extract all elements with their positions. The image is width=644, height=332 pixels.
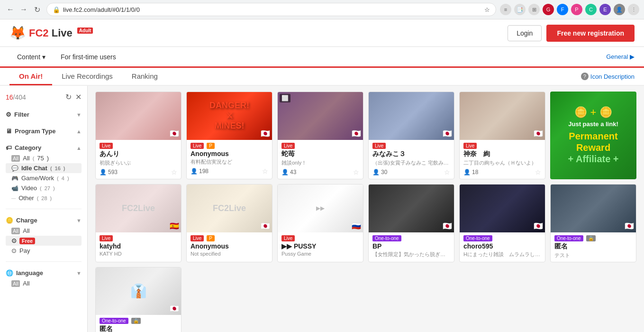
card-2[interactable]: DANGER!⚔MINES! 🇯🇵 Live P Anonymous 有料配信実… [186,92,272,179]
card-4[interactable]: 🇯🇵 Live みなみこ３ （出張)女賞子みなみこ 宅飲みチャンネル ～ 👤 3… [368,92,454,179]
card-13[interactable]: 👔 🇯🇵 One-to-one 🔒 匿名 Not specified [95,267,181,332]
card-2-flag: 🇯🇵 [261,129,270,138]
category-header[interactable]: 🏷 Category ▲ [6,142,82,153]
coin-decorations: 🪙 + 🪙 [555,106,632,119]
address-bar[interactable]: 🔒 live.fc2.com/adult/#0/1/1/0/0 ☆ [46,3,496,16]
back-button[interactable]: ← [5,4,16,15]
nav-first-time[interactable]: For first-time users [53,46,124,67]
forward-button[interactable]: → [18,4,29,15]
card-1-thumb: 🇯🇵 [96,92,181,140]
sidebar-item-other[interactable]: ··· Other (28) [6,193,82,203]
card-11[interactable]: 🇯🇵 One-to-one choro595 Hにまったり雑談 ムラムラしてるエ… [459,184,545,262]
nav-left: Content ▾ For first-time users [9,46,124,67]
card-2-paid-badge: P [207,143,215,149]
card-4-thumb: 🇯🇵 [369,92,454,140]
card-3-image [278,92,363,140]
card-8-info: Live P Anonymous Not specified [187,232,272,259]
refresh-button[interactable]: ↻ [65,92,72,101]
sidebar-item-idle-chat[interactable]: 💬 Idle Chat (16) [6,163,82,173]
video-icon: 📹 [11,185,18,192]
program-type-header[interactable]: 🖥 Program Type ▲ [6,126,82,137]
first-time-label: For first-time users [61,53,116,61]
register-button[interactable]: Free new registration [546,25,635,42]
card-4-star[interactable]: ☆ [444,168,450,176]
card-13-oto-badge: One-to-one [100,318,128,324]
card-3-info: Live 蛇苺 雑談only！ 👤 43 ☆ [278,140,363,179]
tab-live-recordings[interactable]: Live Recordings [52,68,122,85]
close-button[interactable]: ✕ [75,92,82,101]
program-type-label: Program Type [15,128,55,135]
card-10[interactable]: 🇯🇵 One-to-one BP 【女性限定】気かったら脱ぎます(Д;) [368,184,454,262]
card-3-viewers: 👤 43 [281,169,296,175]
card-12[interactable]: 🇯🇵 One-to-one 🔒 匿名 テスト [550,184,636,262]
url-text: live.fc2.com/adult/#0/1/1/0/0 [63,6,481,13]
sidebar-item-game[interactable]: 🎮 Game/Work (4) [6,173,82,183]
icon-description-label: Icon Description [590,73,635,80]
card-8-paid-badge: P [207,235,215,241]
card-5-desc: 二丁目の絢ちゃん（Ｈないよ） [463,159,541,166]
charge-all-label: All [23,227,29,234]
card-1-live-badge: Live [100,143,113,149]
card-5[interactable]: 🇯🇵 Live 神奈 絢 二丁目の絢ちゃん（Ｈないよ） 👤 18 ☆ [459,92,545,179]
card-2-thumb: DANGER!⚔MINES! 🇯🇵 [187,92,272,140]
card-5-image [460,92,545,140]
card-3[interactable]: ⬜ 🇯🇵 Live 蛇苺 雑談only！ 👤 43 ☆ [277,92,363,179]
charge-header[interactable]: 🪙 Charge ▼ [6,215,82,226]
card-7[interactable]: FC2Live 🇪🇸 Live katyhd KATY HD [95,184,181,262]
video-label: Video [21,184,37,192]
card-7-flag: 🇪🇸 [170,221,179,231]
program-type-icon: 🖥 [6,128,12,135]
other-label: Other [18,194,34,202]
tabs-bar: On Air! Live Recordings Ranking ? Icon D… [0,68,644,86]
apps-icon: ⊞ [528,4,540,15]
sidebar-item-video[interactable]: 📹 Video (27) [6,183,82,193]
card-1-stats: 👤 593 ☆ [100,168,177,176]
card-2-desc: 有料配信実況など [190,158,268,166]
sidebar-item-charge-pay[interactable]: ⊙ Pay [6,246,82,256]
card-8-flag: 🇯🇵 [261,221,270,231]
ext3-icon: P [571,4,582,15]
sidebar-item-lang-all[interactable]: All All [6,278,82,288]
current-count: 16 [6,93,13,101]
card-9[interactable]: ▶▶ 🇷🇺 Live ▶▶ PUSSY Pussy Game [277,184,363,262]
filter-header[interactable]: ⚙ Filter ▼ [6,109,82,120]
charge-section: 🪙 Charge ▼ All All ⊙ Free ⊙ Pay [0,212,87,258]
card-5-live-badge: Live [463,143,477,149]
menu-icon[interactable]: ⋮ [628,4,639,15]
card-3-star[interactable]: ☆ [353,168,359,176]
card-8[interactable]: FC2Live 🇯🇵 Live P Anonymous Not specifie… [186,184,272,262]
card-12-flag: 🇯🇵 [625,221,634,231]
card-5-stats: 👤 18 ☆ [463,168,541,176]
nav-content[interactable]: Content ▾ [9,46,53,67]
sidebar-item-charge-free[interactable]: ⊙ Free [6,236,82,246]
login-button[interactable]: Login [508,25,542,41]
sidebar-item-charge-all[interactable]: All All [6,226,82,236]
reload-button[interactable]: ↻ [31,4,43,15]
icon-description[interactable]: ? Icon Description [581,73,635,80]
tab-ranking[interactable]: Ranking [122,68,167,85]
language-section: 🌐 language ▼ All All [0,265,87,291]
card-8-image: FC2Live [187,184,272,232]
card-2-image: DANGER!⚔MINES! [187,92,272,140]
sidebar-item-all[interactable]: All All (75) [6,153,82,163]
language-header[interactable]: 🌐 language ▼ [6,267,82,278]
language-label: language [16,269,43,277]
card-1[interactable]: 🇯🇵 Live あんり 初脱ぎらいぶ 👤 593 ☆ [95,92,181,179]
card-13-flag: 🇯🇵 [170,304,179,313]
category-arrow: ▲ [76,145,82,151]
card-5-star[interactable]: ☆ [535,168,541,176]
tab-icon: ≡ [500,4,511,15]
charge-title: 🪙 Charge [6,217,37,224]
card-1-star[interactable]: ☆ [171,168,177,176]
card-5-info: Live 神奈 絢 二丁目の絢ちゃん（Ｈないよ） 👤 18 ☆ [460,140,545,179]
charge-all-icon: All [11,228,20,234]
affiliate-banner[interactable]: 🪙 + 🪙 Just paste a link! Permanent Rewar… [550,92,636,179]
count-display: 16/404 [6,93,26,101]
content-arrow: ▾ [42,53,45,61]
tab-on-air[interactable]: On Air! [9,68,52,85]
card-7-info: Live katyhd KATY HD [96,232,181,259]
lock-icon: 🔒 [53,6,60,13]
card-2-star[interactable]: ☆ [262,167,268,175]
nav-general[interactable]: General ▶ [606,53,635,60]
total-count: 404 [15,93,26,101]
